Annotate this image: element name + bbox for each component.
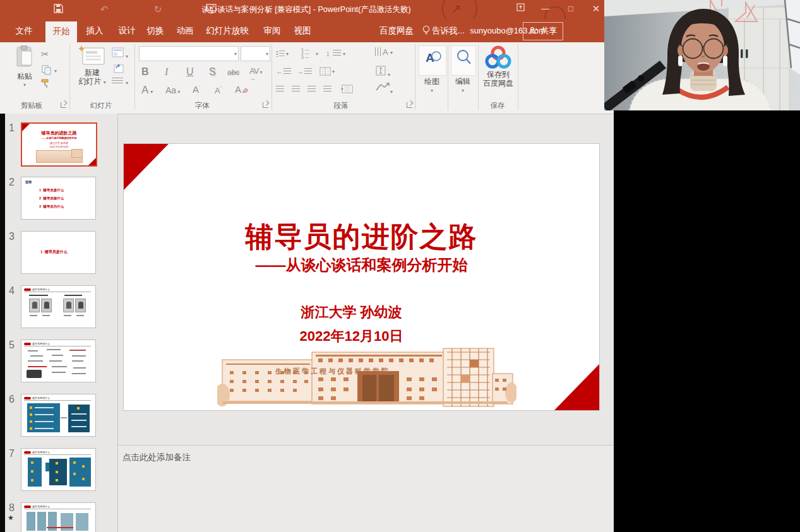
new-slide-button[interactable]: 新建 幻灯片 ▾ [76, 45, 109, 87]
slide-author[interactable]: 浙江大学 孙幼波 [114, 303, 589, 322]
columns-icon[interactable] [319, 67, 331, 78]
thumb8-card [37, 512, 46, 531]
thumb-number-1: 1 [9, 122, 20, 134]
tab-slideshow[interactable]: 幻灯片放映 [200, 19, 254, 42]
italic-button[interactable]: I [165, 66, 168, 78]
slide-layout-icon[interactable]: ▾ [112, 47, 128, 61]
paste-button[interactable]: 粘贴 ▾ [15, 45, 34, 90]
slide-thumbnail-5[interactable]: 辅导员是做什么 [21, 340, 96, 382]
slide-thumbnail-2[interactable]: 提纲 1 辅导员是什么 2 辅导员做什么 3 辅导员为什么 [21, 177, 96, 220]
increase-font-button[interactable]: Aˆ [193, 84, 201, 95]
thumb-decoration [72, 355, 86, 357]
slide-thumbnail-1[interactable]: 辅导员的进阶之路 ——从谈心谈话和案例分析开始 浙江大学 孙幼波 2022年12… [21, 122, 97, 167]
copy-dropdown[interactable]: ▾ [54, 68, 57, 74]
share-button[interactable]: 共享 [523, 22, 563, 40]
numbering-icon[interactable]: 1 —2 —3 — [301, 48, 309, 59]
slide-thumbnail-7[interactable]: 辅导员是做什么 [21, 448, 96, 491]
line-spacing-dropdown[interactable]: ▾ [343, 51, 345, 57]
tab-insert[interactable]: 插入 [80, 19, 109, 42]
cut-icon[interactable]: ✂ [41, 49, 49, 60]
edit-dropdown[interactable]: ▾ [451, 86, 475, 95]
tab-baidu-netdisk[interactable]: 百度网盘 [376, 19, 417, 42]
slide-thumbnail-3[interactable]: 1 辅导员是什么 [21, 231, 96, 274]
thumb-decoration [24, 509, 91, 509]
font-size-combo[interactable]: ▾ [241, 46, 270, 61]
draw-button[interactable]: A [419, 45, 446, 76]
slide-editing-canvas[interactable]: 辅导员的进阶之路 ——从谈心谈话和案例分析开始 浙江大学 孙幼波 2022年12… [124, 144, 599, 410]
align-text-icon[interactable]: ▾ [375, 65, 390, 79]
section-icon[interactable] [112, 78, 124, 86]
numbering-dropdown[interactable]: ▾ [316, 51, 318, 57]
edit-button[interactable] [451, 45, 476, 76]
thumb-decoration [24, 343, 31, 345]
slide-title[interactable]: 辅导员的进阶之路 [124, 218, 599, 256]
thumb-number-5: 5 [9, 340, 20, 351]
notes-placeholder[interactable]: 点击此处添加备注 [122, 452, 191, 463]
tab-review[interactable]: 审阅 [258, 19, 287, 42]
save-icon[interactable] [52, 4, 64, 15]
thumb-decoration [30, 355, 43, 357]
thumb7-infographic [49, 459, 67, 485]
minimize-button[interactable]: — [535, 0, 556, 18]
strikethrough-button[interactable]: abc [227, 68, 239, 77]
tell-me-box[interactable]: 告诉我... [432, 19, 465, 42]
slide-thumbnail-panel: 1 辅导员的进阶之路 ——从谈心谈话和案例分析开始 浙江大学 孙幼波 2022年… [0, 114, 118, 532]
slide-thumbnail-8[interactable]: 辅导员是做什么 [21, 502, 96, 532]
thumb-number-3: 3 [9, 231, 20, 242]
clipboard-dialog-launcher[interactable] [61, 102, 66, 108]
copy-icon[interactable] [42, 65, 52, 78]
tab-design[interactable]: 设计 [112, 19, 141, 42]
thumb1-subtitle: ——从谈心谈话和案例分析开始 [22, 136, 96, 139]
character-spacing-button[interactable]: AV▾ [249, 66, 261, 76]
reset-slide-icon[interactable] [112, 63, 124, 76]
maximize-button[interactable]: □ [560, 0, 582, 18]
slide-subtitle[interactable]: ——从谈心谈话和案例分析开始 [124, 255, 599, 275]
text-shadow-button[interactable]: S [209, 66, 216, 78]
clear-formatting-button[interactable]: A [235, 84, 249, 95]
add-remove-columns-icon[interactable] [341, 84, 354, 97]
font-color-button[interactable]: A▾ [141, 84, 153, 97]
tab-animations[interactable]: 动画 [170, 19, 200, 42]
slide-thumbnail-4[interactable]: 辅导员是做什么 [21, 285, 96, 328]
justify-icon[interactable] [323, 86, 331, 93]
bold-button[interactable]: B [141, 66, 149, 78]
group-divider [272, 44, 272, 110]
format-painter-icon[interactable] [40, 78, 52, 91]
close-button[interactable]: ✕ [585, 0, 607, 18]
tab-home[interactable]: 开始 [45, 21, 77, 42]
align-right-icon[interactable] [307, 86, 316, 93]
bullets-dropdown[interactable]: ▾ [286, 51, 289, 57]
thumb-decoration [24, 346, 91, 346]
save-to-baidu-button[interactable]: 保存到 百度网盘 [482, 45, 515, 88]
decrease-font-button[interactable]: Aˇ [215, 85, 222, 95]
tab-transitions[interactable]: 切换 [141, 19, 170, 42]
convert-smartart-icon[interactable]: ▾ [375, 82, 393, 96]
line-spacing-icon[interactable]: ↕ [326, 49, 330, 58]
underline-button[interactable]: U [186, 66, 194, 78]
change-case-button[interactable]: Aa▾ [165, 85, 180, 95]
notes-pane[interactable]: 点击此处添加备注 [118, 445, 614, 532]
redo-icon[interactable]: ↻ [152, 4, 164, 15]
increase-indent-icon[interactable]: → [297, 68, 304, 75]
section-dropdown[interactable]: ▾ [126, 80, 128, 86]
align-center-icon[interactable] [292, 86, 300, 93]
undo-icon[interactable]: ↶ [99, 4, 110, 15]
thumb-decoration [76, 315, 84, 316]
draw-dropdown[interactable]: ▾ [419, 86, 445, 95]
align-left-icon[interactable] [276, 86, 284, 93]
tab-view[interactable]: 视图 [288, 19, 317, 42]
webcam-video-overlay[interactable] [604, 0, 800, 110]
ribbon-display-options-icon[interactable] [510, 0, 531, 18]
slide-thumbnail-6[interactable]: 辅导员是做什么 [21, 394, 96, 437]
font-dialog-launcher[interactable] [263, 102, 268, 108]
thumb8-card [27, 512, 35, 531]
columns-dropdown[interactable]: ▾ [332, 69, 335, 74]
paragraph-dialog-launcher[interactable] [407, 102, 412, 108]
paste-dropdown[interactable]: ▾ [15, 81, 34, 90]
tab-file[interactable]: 文件 [6, 19, 42, 42]
thumb7-infographic [28, 458, 42, 487]
save-group-label: 保存 [475, 100, 520, 110]
font-name-combo[interactable]: ▾ [139, 46, 239, 61]
decrease-indent-icon[interactable]: ← [276, 68, 283, 75]
bullets-icon[interactable] [276, 50, 285, 57]
